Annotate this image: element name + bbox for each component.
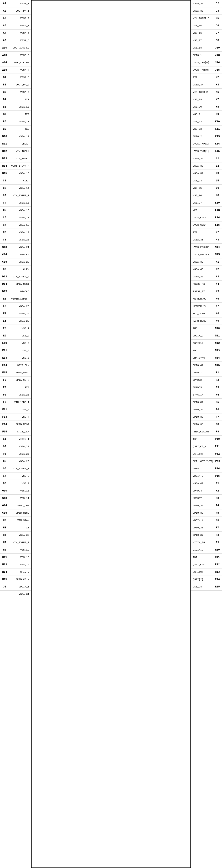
pin-id: C9 <box>0 238 10 241</box>
pin-name: TX2 <box>10 113 30 116</box>
pin-name: VSSA_27 <box>10 445 30 448</box>
pin-name: VSSA_37 <box>192 172 212 175</box>
left-pin-row: G1VIOIN_1 <box>0 436 31 443</box>
pin-id: C8 <box>0 231 10 234</box>
pin-name: LVDS_CLKM <box>192 224 212 226</box>
pin-name: VSSA_9 <box>10 91 30 94</box>
pin-id: F2 <box>0 379 10 381</box>
pin-id: G8 <box>0 482 10 485</box>
pin-id: K15 <box>212 150 222 153</box>
right-pin-row: GPIO_31R4 <box>191 502 222 509</box>
right-pin-row: RX2K2 <box>191 74 222 81</box>
right-pin-row: GPIO_35R7 <box>191 524 222 532</box>
pin-id: B3 <box>0 91 10 94</box>
pin-id: J3 <box>212 9 222 12</box>
pin-name: VSS_7 <box>10 415 30 418</box>
pin-id: A14 <box>0 61 10 64</box>
pin-id: H15 <box>0 578 10 581</box>
left-pin-row: B3VSSA_9 <box>0 89 31 96</box>
pin-name: GPADC6 <box>10 290 30 293</box>
left-pin-row: E15SPIA_MISO <box>0 369 31 376</box>
pin-id: P13 <box>212 460 222 463</box>
left-pin-row: C13VSSA_21 <box>0 244 31 251</box>
pin-id: P5 <box>212 401 222 404</box>
right-pin-row: VSS_23K11 <box>191 125 222 133</box>
pin-name: VIN_13RF1_2 <box>10 541 30 544</box>
pin-id: J14 <box>212 61 222 64</box>
pin-name: VSS_8 <box>10 475 30 477</box>
pin-name: GPIO_35 <box>192 526 212 529</box>
pin-name: VSSA_23 <box>10 305 30 308</box>
pin-name: VSSA_33 <box>192 9 212 12</box>
left-pin-row: E2VSSA_23 <box>0 303 31 310</box>
pin-name: VSS_5 <box>10 356 30 360</box>
left-pin-row: E3VSSA_24 <box>0 310 31 317</box>
pin-name: VIN_13RF2_1 <box>10 194 30 197</box>
pin-name: VSS_25 <box>192 187 212 190</box>
right-pin-row: VNWAP14 <box>191 465 222 472</box>
pin-id: E10 <box>0 342 10 345</box>
pin-id: A7 <box>0 32 10 35</box>
pin-id: E8 <box>0 334 10 337</box>
pin-id: F15 <box>0 430 10 433</box>
pin-id: P3 <box>212 386 222 389</box>
pin-id: R3 <box>212 497 222 500</box>
left-pin-row: C5VSSA_16 <box>0 207 31 214</box>
pin-name: RS232_RX <box>192 283 212 285</box>
pin-id: A3 <box>0 17 10 20</box>
right-pin-row: TDON13 <box>191 347 222 354</box>
right-pin-row: NERROR_INN7 <box>191 303 222 310</box>
pin-name: SYNC_OUT <box>10 504 30 507</box>
pin-name: VSSA_20 <box>10 238 30 241</box>
pin-id: H14 <box>0 570 10 574</box>
pin-id: J13 <box>212 54 222 57</box>
pin-name: TDO <box>192 349 212 352</box>
pin-name: VIN_18BB_1 <box>10 401 30 404</box>
pin-name: GPIO_31 <box>192 504 212 507</box>
left-pin-row: B10VSSA_12 <box>0 133 31 140</box>
pin-id: J15 <box>212 68 222 71</box>
pin-id: C4 <box>0 202 10 204</box>
pin-name: VSS_24 <box>192 179 212 182</box>
right-pin-row: RS232_TXN5 <box>191 288 222 295</box>
pin-id: G10 <box>0 489 10 492</box>
left-pin-column: A1VSSA_1A2VOUT_PA_1A3VSSA_2A5VSSA_3A7VSS… <box>0 0 32 868</box>
pin-id: R11 <box>212 556 222 559</box>
pin-id: K2 <box>212 76 222 79</box>
pin-id: L14 <box>212 216 222 219</box>
pin-name: VSSA_10 <box>10 105 30 108</box>
pin-name: LVDS_CLKP <box>192 216 212 219</box>
pin-id: R10 <box>212 549 222 551</box>
pin-id: E5 <box>0 319 10 322</box>
pin-id: E1 <box>0 298 10 300</box>
pin-name: RX3 <box>10 526 30 529</box>
left-pin-row: F14SPIB_MOSI <box>0 421 31 428</box>
pin-name: VSSA_42 <box>192 482 212 485</box>
right-pin-row: VSSA_42R1 <box>191 480 222 487</box>
pin-name: VDDIN_3 <box>192 475 212 477</box>
pin-id: A9 <box>0 39 10 42</box>
pin-id: N15 <box>212 364 222 367</box>
left-pin-row: G14SYNC_OUT <box>0 502 31 509</box>
pin-name: VIN_18CLK <box>10 150 30 153</box>
pin-id: K11 <box>212 128 222 130</box>
pin-id: C7 <box>0 224 10 226</box>
pin-id: M15 <box>212 253 222 256</box>
pin-name: VIN_SRAM <box>10 519 30 522</box>
left-pin-row: A3VSSA_2 <box>0 15 31 22</box>
left-pin-row: C3VIN_13RF2_1 <box>0 192 31 199</box>
left-pin-row: E10VSS_3 <box>0 340 31 347</box>
pin-id: K8 <box>212 105 222 108</box>
pin-name: VSS_9 <box>10 482 30 485</box>
left-pin-row: VSSA_31 <box>0 591 31 598</box>
left-pin-row: C8VSSA_19 <box>0 229 31 236</box>
pin-name: VSSA_6 <box>10 54 30 57</box>
pin-id: B13 <box>0 157 10 160</box>
pin-id: K7 <box>212 98 222 101</box>
pin-id: B6 <box>0 105 10 108</box>
pin-id: H11 <box>0 556 10 559</box>
left-pin-row: D15GPADC6 <box>0 288 31 295</box>
right-pin-row: VSS_19K7 <box>191 96 222 103</box>
pin-id: J1 <box>0 585 10 588</box>
pin-id: R6 <box>212 519 222 522</box>
